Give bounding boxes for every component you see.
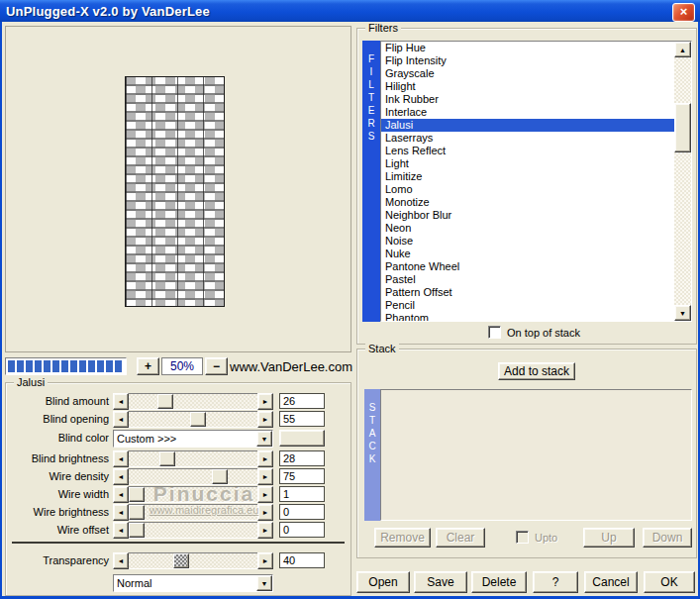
param-slider[interactable]: ◄► <box>113 393 273 410</box>
param-slider[interactable]: ◄► <box>113 522 273 539</box>
stack-list[interactable] <box>380 389 692 521</box>
param-slider[interactable]: ◄► <box>113 504 273 521</box>
filter-item-flip-hue[interactable]: Flip Hue <box>381 42 674 54</box>
upto-checkbox[interactable] <box>516 531 529 544</box>
blind-color-swatch-button[interactable] <box>279 430 325 447</box>
slider-track[interactable] <box>129 552 257 569</box>
slider-thumb[interactable] <box>129 505 145 520</box>
param-value-input[interactable] <box>279 450 325 466</box>
slider-track[interactable] <box>129 486 257 503</box>
zoom-out-button[interactable]: − <box>205 357 228 375</box>
blend-mode-dropdown[interactable]: Normal ▼ <box>113 574 273 592</box>
filter-item-flip-intensity[interactable]: Flip Intensity <box>381 54 674 67</box>
filter-item-nuke[interactable]: Nuke <box>381 248 674 260</box>
filter-item-pattern-offset[interactable]: Pattern Offset <box>381 286 674 299</box>
filter-item-grayscale[interactable]: Grayscale <box>381 67 674 80</box>
param-value-input[interactable] <box>279 486 325 502</box>
slider-thumb[interactable] <box>173 553 189 568</box>
add-to-stack-button[interactable]: Add to stack <box>498 362 575 380</box>
param-value-input[interactable] <box>279 411 325 427</box>
right-arrow-icon[interactable]: ► <box>257 504 273 521</box>
slider-thumb[interactable] <box>190 412 206 427</box>
slider-thumb[interactable] <box>129 487 145 502</box>
left-arrow-icon[interactable]: ◄ <box>113 468 129 485</box>
ok-button[interactable]: OK <box>644 571 695 593</box>
scroll-down-icon[interactable]: ▼ <box>674 305 691 321</box>
param-slider[interactable]: ◄► <box>113 411 273 428</box>
param-slider[interactable]: ◄► <box>113 450 273 467</box>
up-button[interactable]: Up <box>583 528 635 548</box>
filter-item-phantom[interactable]: Phantom <box>381 312 674 322</box>
open-button[interactable]: Open <box>356 571 410 593</box>
filter-item-pencil[interactable]: Pencil <box>381 299 674 312</box>
param-slider[interactable]: ◄► <box>113 486 273 503</box>
param-value-input[interactable] <box>279 552 325 568</box>
preview-panel[interactable] <box>5 26 351 352</box>
slider-thumb[interactable] <box>157 394 173 409</box>
chevron-down-icon[interactable]: ▼ <box>256 575 272 591</box>
delete-button[interactable]: Delete <box>471 571 527 593</box>
slider-thumb[interactable] <box>129 523 145 538</box>
right-arrow-icon[interactable]: ► <box>257 486 273 503</box>
filter-item-pastel[interactable]: Pastel <box>381 273 674 286</box>
scrollbar-thumb[interactable] <box>674 103 691 152</box>
slider-thumb[interactable] <box>212 469 228 484</box>
scroll-up-icon[interactable]: ▲ <box>674 42 691 57</box>
clear-button[interactable]: Clear <box>436 528 485 548</box>
left-arrow-icon[interactable]: ◄ <box>113 504 129 521</box>
filters-list[interactable]: Flip HueFlip IntensityGrayscaleHilightIn… <box>380 41 692 322</box>
help-button[interactable]: ? <box>533 571 578 593</box>
filters-scrollbar[interactable]: ▲ ▼ <box>674 42 691 321</box>
filter-item-light[interactable]: Light <box>381 157 674 170</box>
plus-icon: + <box>145 359 151 373</box>
left-arrow-icon[interactable]: ◄ <box>113 411 129 428</box>
param-value-input[interactable] <box>279 393 325 409</box>
param-slider[interactable]: ◄► <box>113 468 273 485</box>
slider-track[interactable] <box>129 411 257 428</box>
cancel-button[interactable]: Cancel <box>584 571 638 593</box>
left-arrow-icon[interactable]: ◄ <box>113 552 129 569</box>
close-button[interactable]: × <box>672 3 695 22</box>
param-slider[interactable]: ◄► <box>113 552 273 569</box>
filter-item-pantone-wheel[interactable]: Pantone Wheel <box>381 260 674 273</box>
left-arrow-icon[interactable]: ◄ <box>113 486 129 503</box>
left-arrow-icon[interactable]: ◄ <box>113 393 129 410</box>
filter-item-laserrays[interactable]: Laserrays <box>381 132 674 145</box>
filter-item-interlace[interactable]: Interlace <box>381 106 674 119</box>
on-top-of-stack-checkbox[interactable] <box>488 326 501 339</box>
filter-item-ink-rubber[interactable]: Ink Rubber <box>381 93 674 106</box>
filter-item-jalusi[interactable]: Jalusi <box>381 119 674 132</box>
right-arrow-icon[interactable]: ► <box>257 450 273 467</box>
param-value-input[interactable] <box>279 468 325 484</box>
right-arrow-icon[interactable]: ► <box>257 393 273 410</box>
titlebar[interactable]: UnPlugged-X v2.0 by VanDerLee × <box>0 0 700 22</box>
filter-item-lomo[interactable]: Lomo <box>381 183 674 196</box>
filter-item-neon[interactable]: Neon <box>381 222 674 235</box>
right-arrow-icon[interactable]: ► <box>257 522 273 539</box>
slider-thumb[interactable] <box>159 451 175 466</box>
right-arrow-icon[interactable]: ► <box>257 552 273 569</box>
filter-item-limitize[interactable]: Limitize <box>381 170 674 183</box>
slider-track[interactable] <box>129 522 257 539</box>
right-arrow-icon[interactable]: ► <box>257 468 273 485</box>
right-arrow-icon[interactable]: ► <box>257 411 273 428</box>
filter-item-noise[interactable]: Noise <box>381 235 674 248</box>
save-button[interactable]: Save <box>414 571 467 593</box>
filter-item-monotize[interactable]: Monotize <box>381 196 674 209</box>
filter-item-lens-reflect[interactable]: Lens Reflect <box>381 145 674 157</box>
down-button[interactable]: Down <box>643 528 692 548</box>
slider-track[interactable] <box>129 450 257 467</box>
chevron-down-icon[interactable]: ▼ <box>256 431 272 447</box>
left-arrow-icon[interactable]: ◄ <box>113 450 129 467</box>
zoom-in-button[interactable]: + <box>137 357 159 375</box>
filter-item-hilight[interactable]: Hilight <box>381 80 674 93</box>
slider-track[interactable] <box>129 393 257 410</box>
filter-item-neighbor-blur[interactable]: Neighbor Blur <box>381 209 674 222</box>
param-value-input[interactable] <box>279 504 325 520</box>
slider-track[interactable] <box>129 504 257 521</box>
slider-track[interactable] <box>129 468 257 485</box>
blind-color-dropdown[interactable]: Custom >>>▼ <box>113 430 273 448</box>
param-value-input[interactable] <box>279 522 325 538</box>
remove-button[interactable]: Remove <box>374 528 431 548</box>
left-arrow-icon[interactable]: ◄ <box>113 522 129 539</box>
